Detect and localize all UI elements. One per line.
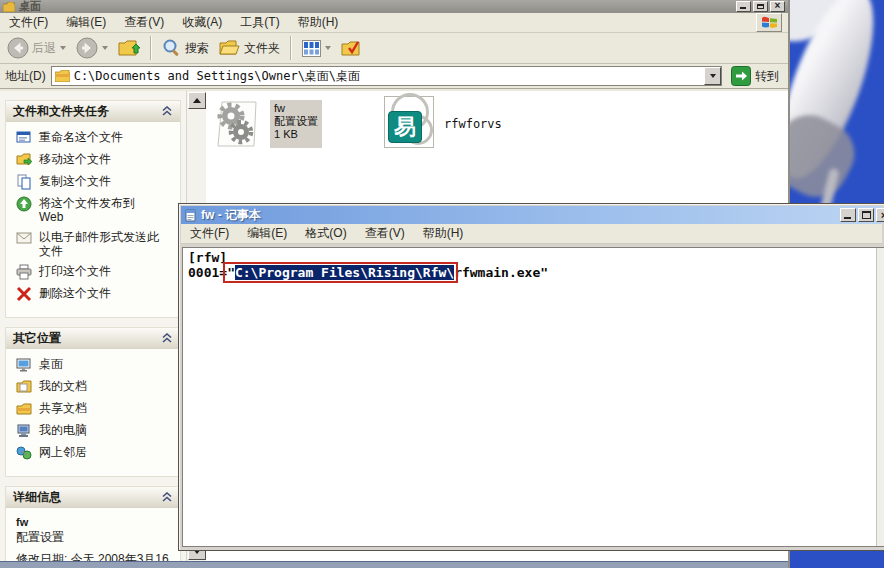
scroll-up-button[interactable]	[188, 92, 206, 109]
menu-help[interactable]: 帮助(H)	[289, 12, 348, 33]
up-button[interactable]	[115, 36, 143, 60]
menu-tools[interactable]: 工具(T)	[231, 12, 288, 33]
network-icon	[16, 445, 32, 461]
chevron-up-icon[interactable]	[161, 106, 173, 116]
address-input[interactable]: C:\Documents and Settings\Owner\桌面\桌面	[51, 66, 722, 86]
menu-favorites[interactable]: 收藏(A)	[173, 12, 231, 33]
toolbar-separator	[150, 36, 152, 60]
menu-file[interactable]: 文件(F)	[0, 12, 57, 33]
email-icon	[16, 230, 32, 246]
file-tasks-header[interactable]: 文件和文件夹任务	[6, 101, 180, 122]
rename-icon	[16, 130, 32, 146]
my-documents-icon	[16, 379, 32, 395]
go-icon	[731, 66, 751, 86]
back-dropdown-icon[interactable]	[60, 46, 66, 50]
search-label: 搜索	[185, 40, 209, 57]
back-label: 后退	[32, 40, 56, 57]
notepad-text-area[interactable]: [rfw] 0001="C:\Program Files\Rising\Rfw\…	[182, 247, 884, 547]
place-my-computer[interactable]: 我的电脑	[16, 423, 176, 439]
folders-icon	[219, 39, 241, 57]
other-places-header[interactable]: 其它位置	[6, 328, 180, 349]
print-icon	[16, 264, 32, 280]
views-dropdown-icon[interactable]	[325, 46, 331, 50]
menu-edit[interactable]: 编辑(E)	[57, 12, 115, 33]
address-value: C:\Documents and Settings\Owner\桌面\桌面	[74, 68, 360, 85]
go-label: 转到	[755, 68, 779, 85]
notepad-vertical-scrollbar[interactable]	[876, 248, 884, 546]
menu-file[interactable]: 文件(F)	[181, 223, 238, 244]
toolbar-separator	[290, 36, 292, 60]
move-icon	[16, 152, 32, 168]
task-copy-file[interactable]: 复制这个文件	[16, 174, 176, 190]
chevron-up-icon[interactable]	[161, 333, 173, 343]
go-button[interactable]: 转到	[727, 65, 783, 87]
notepad-window: fw - 记事本 × 文件(F) 编辑(E) 格式(O) 查看(V) 帮助(H)…	[178, 203, 884, 551]
address-dropdown-button[interactable]	[704, 67, 721, 85]
close-button[interactable]: ×	[876, 208, 884, 222]
forward-dropdown-icon[interactable]	[102, 46, 108, 50]
menu-view[interactable]: 查看(V)	[356, 223, 414, 244]
minimize-button[interactable]	[736, 1, 751, 12]
details-modified: 修改日期: 今天 2008年3月16日, 17:41	[16, 552, 172, 561]
text-line-2: 0001="C:\Program Files\Rising\Rfw\rfwmai…	[188, 265, 884, 280]
notepad-titlebar[interactable]: fw - 记事本 ×	[181, 206, 882, 224]
notepad-title: fw - 记事本	[201, 207, 261, 224]
menu-edit[interactable]: 编辑(E)	[238, 223, 296, 244]
back-button[interactable]: 后退	[4, 35, 69, 61]
views-icon	[302, 40, 321, 57]
task-print-file[interactable]: 打印这个文件	[16, 264, 176, 280]
maximize-button[interactable]	[753, 1, 768, 12]
place-my-documents[interactable]: 我的文档	[16, 379, 176, 395]
folder-icon	[3, 2, 15, 12]
forward-icon	[76, 37, 98, 59]
shared-documents-icon	[16, 401, 32, 417]
explorer-bottom-edge	[0, 561, 788, 568]
file-tile-rfwforvs[interactable]: 易 rfwforvs	[384, 96, 502, 148]
text-line-1: [rfw]	[188, 250, 884, 265]
file-tile-fw[interactable]: fw 配置设置 1 KB	[214, 100, 322, 148]
maximize-button[interactable]	[858, 208, 874, 222]
desktop-icon	[16, 357, 32, 373]
explorer-toolbar: 后退 搜索 文件夹	[0, 33, 788, 64]
menu-format[interactable]: 格式(O)	[296, 223, 355, 244]
details-file-type: 配置设置	[16, 529, 176, 546]
seagull-wallpaper	[788, 0, 884, 216]
task-publish-web[interactable]: 将这个文件发布到 Web	[16, 196, 176, 224]
folder-check-button[interactable]	[338, 37, 366, 60]
task-rename-file[interactable]: 重命名这个文件	[16, 130, 176, 146]
file-tasks-panel: 文件和文件夹任务 重命名这个文件 移动这个文件 复制这个文件	[5, 100, 181, 318]
address-label: 地址(D)	[5, 68, 46, 85]
place-network[interactable]: 网上邻居	[16, 445, 176, 461]
folders-button[interactable]: 文件夹	[216, 37, 283, 59]
menu-help[interactable]: 帮助(H)	[414, 223, 473, 244]
folder-check-icon	[341, 39, 363, 58]
folders-label: 文件夹	[244, 40, 280, 57]
task-move-file[interactable]: 移动这个文件	[16, 152, 176, 168]
back-icon	[7, 37, 29, 59]
ini-file-gears-icon	[214, 100, 260, 148]
menu-view[interactable]: 查看(V)	[115, 12, 173, 33]
selected-text: C:\Program Files\Rising\Rfw\	[235, 265, 454, 280]
views-button[interactable]	[299, 38, 334, 59]
forward-button[interactable]	[73, 35, 111, 61]
minimize-button[interactable]	[840, 208, 856, 222]
address-folder-icon	[55, 70, 70, 82]
details-header[interactable]: 详细信息	[6, 487, 180, 508]
easy-language-icon: 易	[384, 96, 434, 148]
up-folder-icon	[118, 38, 140, 58]
task-email-file[interactable]: 以电子邮件形式发送此文件	[16, 230, 176, 258]
delete-icon	[16, 286, 32, 302]
chevron-up-icon[interactable]	[161, 492, 173, 502]
copy-icon	[16, 174, 32, 190]
search-icon	[162, 38, 182, 58]
place-shared-documents[interactable]: 共享文档	[16, 401, 176, 417]
search-button[interactable]: 搜索	[159, 36, 212, 60]
place-desktop[interactable]: 桌面	[16, 357, 176, 373]
details-panel: 详细信息 fw 配置设置 修改日期: 今天 2008年3月16日, 17:41	[5, 486, 181, 561]
task-delete-file[interactable]: 删除这个文件	[16, 286, 176, 302]
close-button[interactable]: ×	[770, 1, 785, 12]
file-label-fw: fw 配置设置 1 KB	[270, 100, 322, 148]
publish-web-icon	[16, 196, 32, 212]
my-computer-icon	[16, 423, 32, 439]
explorer-menubar: 文件(F) 编辑(E) 查看(V) 收藏(A) 工具(T) 帮助(H)	[0, 13, 788, 33]
